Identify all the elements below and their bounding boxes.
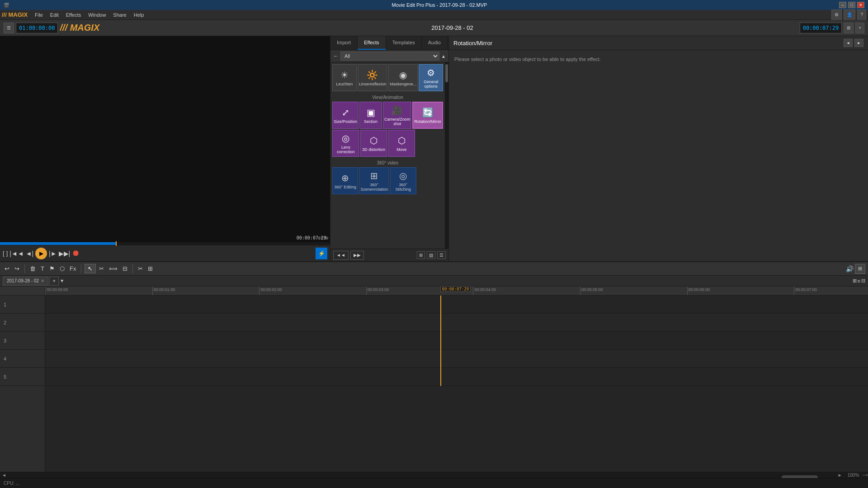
effect-360-editing[interactable]: ⊕ 360° Editing bbox=[332, 167, 358, 194]
mark-out-button[interactable]: ] bbox=[6, 250, 8, 257]
insert-tool[interactable]: ⊞ bbox=[146, 264, 155, 273]
settings-icon[interactable]: ⚙ bbox=[831, 9, 842, 20]
menu-file[interactable]: File bbox=[31, 11, 47, 19]
go-to-end-button[interactable]: ▶▶| bbox=[59, 250, 71, 257]
tab-templates[interactable]: Templates bbox=[386, 36, 422, 50]
ruler-mark-6: 00:00:06:00 bbox=[687, 286, 710, 295]
effect-camera-zoom[interactable]: 🎥 Camera/Zoom shot bbox=[383, 102, 412, 129]
effect-360-szenenrotation[interactable]: ⊞ 360° Szenenrotation bbox=[359, 167, 389, 194]
playhead-marker bbox=[116, 241, 117, 246]
move-label: Move bbox=[396, 147, 406, 152]
cut-tool[interactable]: ✂ bbox=[97, 264, 106, 273]
effect-rotation-mirror[interactable]: 🔄 Rotation/Mirror bbox=[412, 102, 443, 129]
timeline-view-btn2[interactable]: ≡ bbox=[858, 278, 860, 284]
preview-scrubber[interactable]: 07:29 bbox=[0, 242, 330, 245]
timeline-tab-active[interactable]: 2017-09-28 - 02 ✕ bbox=[3, 277, 48, 286]
effect-360-stitching[interactable]: ◎ 360° Stitching bbox=[390, 167, 416, 194]
tab-dropdown-button[interactable]: ▼ bbox=[60, 278, 64, 283]
filter-back-button[interactable]: ← bbox=[333, 53, 339, 59]
effects-scrollbar[interactable] bbox=[445, 62, 448, 249]
question-icon[interactable]: ? bbox=[857, 9, 866, 20]
section-icon: ▣ bbox=[367, 107, 375, 118]
panel-next-button[interactable]: ► bbox=[854, 39, 863, 47]
user-icon[interactable]: 👤 bbox=[844, 9, 855, 20]
360-szenenrotation-icon: ⊞ bbox=[370, 170, 378, 181]
rotation-mirror-panel: Rotation/Mirror ◄ ► Please select a phot… bbox=[448, 36, 868, 261]
panel-nav-buttons: ◄ ► bbox=[844, 39, 863, 47]
editing-toolbar: ↩ ↪ 🗑 T ⚑ ⬡ Fx ↖ ✂ ⟺ ⊟ ✂ ⊞ 🔊 ⊞ bbox=[0, 262, 868, 276]
time-ruler[interactable]: 00:00:07:29 00:00:00:00 00:00:01:00 00:0… bbox=[45, 286, 868, 296]
size-position-icon: ⤢ bbox=[342, 107, 349, 118]
panel-prev-button[interactable]: ◄ bbox=[844, 39, 853, 47]
maximize-button[interactable]: □ bbox=[848, 2, 855, 8]
tab-audio[interactable]: Audio bbox=[422, 36, 448, 50]
timeline-view-btn1[interactable]: ⊞ bbox=[853, 278, 857, 284]
play-button[interactable]: ▶ bbox=[35, 248, 47, 259]
timecode-duration: 00:00:07:29 bbox=[800, 23, 842, 33]
menu-effects[interactable]: Effects bbox=[62, 11, 85, 19]
monitor-toggle[interactable]: ⊞ bbox=[844, 23, 854, 33]
effects-btn1[interactable]: ⊞ bbox=[417, 251, 425, 259]
expand-timeline-button[interactable]: ⊞ bbox=[855, 264, 865, 274]
scroll-up-button[interactable]: ▲ bbox=[441, 54, 446, 59]
group-button[interactable]: ⬡ bbox=[58, 264, 66, 273]
select-tool[interactable]: ↖ bbox=[85, 264, 96, 273]
effects-next-button[interactable]: ▶▶ bbox=[350, 251, 364, 260]
scroll-left-button[interactable]: ◄ bbox=[0, 473, 8, 478]
effects-row-3: ◎ Lens correction ⬡ 3D distortion ⬡ Move bbox=[332, 130, 443, 157]
delete-button[interactable]: 🗑 bbox=[28, 264, 38, 273]
close-button[interactable]: ✕ bbox=[857, 2, 864, 8]
minimize-button[interactable]: – bbox=[839, 2, 846, 8]
razor-tool[interactable]: ✂ bbox=[136, 264, 145, 273]
effect-move[interactable]: ⬡ Move bbox=[388, 130, 415, 157]
section-360-video: 360° video bbox=[332, 159, 443, 167]
title-editor-button[interactable]: T bbox=[39, 264, 46, 273]
redo-button[interactable]: ↪ bbox=[13, 264, 21, 273]
rotation-panel-header: Rotation/Mirror ◄ ► bbox=[449, 36, 868, 50]
ripple-tool[interactable]: ⟺ bbox=[107, 264, 119, 273]
hamburger-menu[interactable]: ☰ bbox=[4, 23, 14, 33]
marker-button[interactable]: ⚑ bbox=[47, 264, 57, 273]
linsenreflexion-label: Linsenreflexion bbox=[359, 82, 387, 86]
effect-size-position[interactable]: ⤢ Size/Position bbox=[332, 102, 359, 129]
prev-frame-button[interactable]: ◄| bbox=[26, 250, 34, 257]
undo-button[interactable]: ↩ bbox=[3, 264, 11, 273]
3d-distortion-icon: ⬡ bbox=[370, 135, 377, 146]
next-frame-button[interactable]: |► bbox=[49, 250, 57, 257]
menu-help[interactable]: Help bbox=[130, 11, 148, 19]
effect-linsenreflexion[interactable]: 🔆 Linsenreflexion bbox=[358, 64, 388, 91]
menu-share[interactable]: Share bbox=[109, 11, 130, 19]
effects-prev-button[interactable]: ◄◄ bbox=[333, 251, 349, 260]
lightning-button[interactable]: ⚡ bbox=[316, 248, 327, 259]
timeline-main: 1 2 3 4 5 00:00:07:29 00:00:00:00 00:00:… bbox=[0, 286, 868, 472]
tab-import[interactable]: Import bbox=[330, 36, 358, 50]
effect-3d-distortion[interactable]: ⬡ 3D distortion bbox=[360, 130, 387, 157]
mark-in-button[interactable]: [ bbox=[3, 250, 5, 257]
effects-btn2[interactable]: ▤ bbox=[427, 251, 435, 259]
effect-maskengene[interactable]: ◉ Maskengene... bbox=[388, 64, 418, 91]
effect-lens-correction[interactable]: ◎ Lens correction bbox=[332, 130, 359, 157]
expand-button[interactable]: + bbox=[855, 23, 864, 33]
title-icon: 🎬 bbox=[4, 3, 40, 8]
timeline-view-btn3[interactable]: ⊟ bbox=[861, 278, 865, 284]
trim-tool[interactable]: ⊟ bbox=[121, 264, 129, 273]
zoom-in-button[interactable]: + bbox=[865, 473, 868, 478]
timeline-tab-close[interactable]: ✕ bbox=[41, 278, 44, 283]
toolbar-right: + bbox=[855, 23, 864, 33]
add-tab-button[interactable]: + bbox=[49, 277, 59, 286]
effects-tool-button[interactable]: Fx bbox=[68, 264, 78, 273]
timeline-tab-label: 2017-09-28 - 02 bbox=[7, 278, 39, 283]
menu-window[interactable]: Window bbox=[85, 11, 109, 19]
filter-dropdown[interactable]: All bbox=[340, 52, 439, 61]
record-button[interactable]: ⏺ bbox=[72, 249, 80, 258]
scroll-right-button[interactable]: ► bbox=[836, 473, 844, 478]
effect-section[interactable]: ▣ Section bbox=[359, 102, 382, 129]
menu-edit[interactable]: Edit bbox=[47, 11, 62, 19]
effects-btn3[interactable]: ☰ bbox=[437, 251, 446, 259]
tab-effects[interactable]: Effects bbox=[358, 36, 386, 50]
go-to-start-button[interactable]: |◄◄ bbox=[9, 250, 24, 257]
effect-general-options[interactable]: ⚙ General options bbox=[419, 64, 443, 91]
timeline-scrollbar[interactable]: ◄ ► 100% − + bbox=[0, 472, 868, 478]
effect-leuchten[interactable]: ☀ Leuchten bbox=[332, 64, 357, 91]
scrollbar-thumb[interactable] bbox=[782, 475, 818, 478]
